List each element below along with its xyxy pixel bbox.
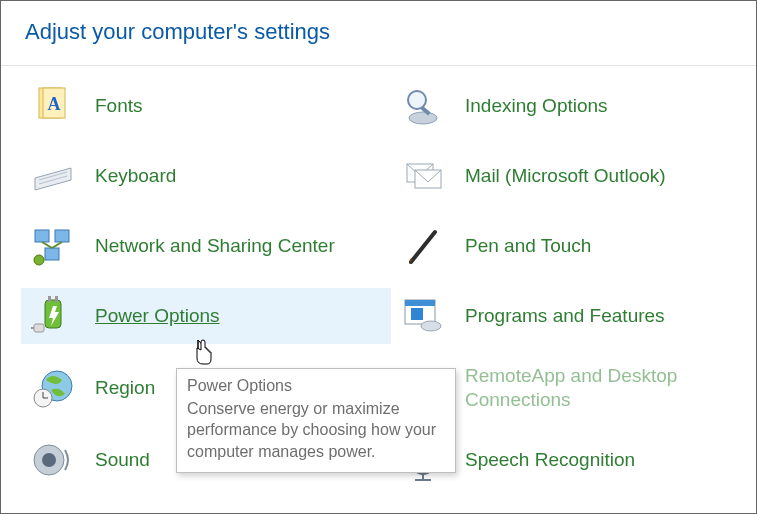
programs-icon bbox=[401, 294, 445, 338]
svg-line-14 bbox=[42, 242, 52, 248]
region-icon bbox=[31, 366, 75, 410]
item-label: Region bbox=[95, 376, 155, 400]
tooltip-body: Conserve energy or maximize performance … bbox=[187, 398, 445, 463]
tooltip: Power Options Conserve energy or maximiz… bbox=[176, 368, 456, 473]
divider bbox=[1, 65, 756, 66]
sound-icon bbox=[31, 438, 75, 482]
keyboard-icon bbox=[31, 154, 75, 198]
svg-rect-23 bbox=[34, 324, 44, 332]
pen-icon bbox=[401, 224, 445, 268]
item-label: RemoteApp and Desktop Connections bbox=[465, 364, 726, 412]
item-label: Keyboard bbox=[95, 164, 176, 188]
item-label: Programs and Features bbox=[465, 304, 665, 328]
item-programs-features[interactable]: Programs and Features bbox=[391, 288, 736, 344]
item-label: Network and Sharing Center bbox=[95, 234, 335, 258]
item-label: Fonts bbox=[95, 94, 143, 118]
svg-text:A: A bbox=[48, 94, 61, 114]
svg-marker-6 bbox=[35, 168, 71, 190]
item-pen-touch[interactable]: Pen and Touch bbox=[391, 218, 736, 274]
item-label: Mail (Microsoft Outlook) bbox=[465, 164, 666, 188]
indexing-icon bbox=[401, 84, 445, 128]
svg-rect-27 bbox=[411, 308, 423, 320]
svg-rect-26 bbox=[405, 300, 435, 306]
settings-grid: A Fonts Indexing Options Keyboard bbox=[1, 78, 756, 488]
item-label: Power Options bbox=[95, 304, 220, 328]
network-icon bbox=[31, 224, 75, 268]
item-mail[interactable]: Mail (Microsoft Outlook) bbox=[391, 148, 736, 204]
svg-line-15 bbox=[52, 242, 62, 248]
svg-point-28 bbox=[421, 321, 441, 331]
svg-point-16 bbox=[34, 255, 44, 265]
svg-rect-20 bbox=[48, 296, 51, 302]
item-label: Sound bbox=[95, 448, 150, 472]
item-fonts[interactable]: A Fonts bbox=[21, 78, 391, 134]
svg-point-3 bbox=[409, 112, 437, 124]
item-label: Speech Recognition bbox=[465, 448, 635, 472]
item-indexing-options[interactable]: Indexing Options bbox=[391, 78, 736, 134]
item-power-options[interactable]: Power Options bbox=[21, 288, 391, 344]
fonts-icon: A bbox=[31, 84, 75, 128]
mail-icon bbox=[401, 154, 445, 198]
power-icon bbox=[31, 294, 75, 338]
page-title: Adjust your computer's settings bbox=[1, 1, 756, 57]
svg-rect-10 bbox=[415, 170, 441, 188]
item-keyboard[interactable]: Keyboard bbox=[21, 148, 391, 204]
svg-point-37 bbox=[42, 453, 56, 467]
svg-rect-11 bbox=[35, 230, 49, 242]
svg-line-17 bbox=[411, 232, 435, 262]
svg-rect-12 bbox=[55, 230, 69, 242]
svg-rect-13 bbox=[45, 248, 59, 260]
tooltip-title: Power Options bbox=[187, 375, 445, 397]
item-label: Indexing Options bbox=[465, 94, 608, 118]
item-network-sharing[interactable]: Network and Sharing Center bbox=[21, 218, 391, 274]
svg-rect-21 bbox=[55, 296, 58, 302]
item-label: Pen and Touch bbox=[465, 234, 591, 258]
